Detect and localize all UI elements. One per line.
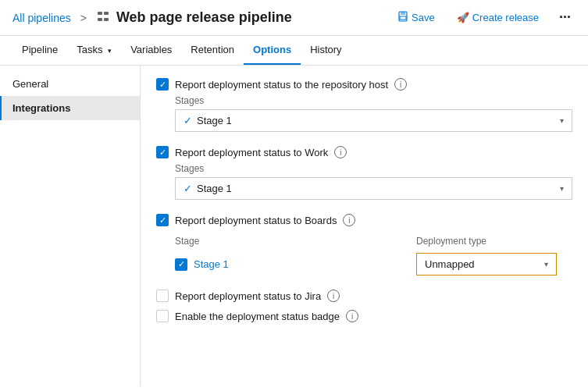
tab-pipeline[interactable]: Pipeline xyxy=(12,36,67,65)
boards-table-row: Stage 1 Unmapped ▾ xyxy=(175,253,572,275)
create-release-button[interactable]: 🚀 Create release xyxy=(451,9,545,27)
work-status-label: Report deployment status to Work xyxy=(175,147,328,158)
work-status-checkbox[interactable] xyxy=(156,146,169,158)
boards-status-checkbox[interactable] xyxy=(156,214,169,226)
main-layout: General Integrations Report deployment s… xyxy=(0,66,588,386)
breadcrumb-link[interactable]: All pipelines xyxy=(12,12,71,24)
repo-status-checkbox[interactable] xyxy=(156,78,169,91)
repo-stages-dropdown[interactable]: ✓ Stage 1 ▾ xyxy=(175,109,572,132)
row-stage-cell: Stage 1 xyxy=(175,258,416,271)
section-boards-status: Report deployment status to Boards i Sta… xyxy=(156,214,572,275)
tasks-chevron-icon: ▾ xyxy=(108,47,112,55)
nav-tabs: Pipeline Tasks ▾ Variables Retention Opt… xyxy=(0,36,588,66)
header: All pipelines > Web page release pipelin… xyxy=(0,0,588,36)
header-actions: Save 🚀 Create release ··· xyxy=(391,8,576,27)
breadcrumb-sep: > xyxy=(80,12,87,24)
svg-rect-0 xyxy=(98,12,102,15)
repo-status-row: Report deployment status to the reposito… xyxy=(156,78,572,91)
save-button[interactable]: Save xyxy=(391,8,441,27)
page-title: Web page release pipeline xyxy=(116,9,385,26)
section-repo-status: Report deployment status to the reposito… xyxy=(156,78,572,132)
deploy-type-chevron-icon: ▾ xyxy=(544,260,548,268)
tab-options[interactable]: Options xyxy=(244,36,301,65)
tab-variables[interactable]: Variables xyxy=(121,36,181,65)
jira-status-checkbox[interactable] xyxy=(156,290,169,302)
boards-status-label: Report deployment status to Boards xyxy=(175,215,337,226)
jira-status-row: Report deployment status to Jira i xyxy=(156,290,572,302)
badge-status-info-icon[interactable]: i xyxy=(346,310,358,322)
svg-rect-2 xyxy=(98,18,102,21)
deploy-type-dropdown[interactable]: Unmapped ▾ xyxy=(416,253,557,275)
section-work-status: Report deployment status to Work i Stage… xyxy=(156,146,572,200)
svg-rect-3 xyxy=(104,18,109,21)
svg-rect-6 xyxy=(400,16,406,20)
repo-status-label: Report deployment status to the reposito… xyxy=(175,79,388,91)
work-status-row: Report deployment status to Work i xyxy=(156,146,572,158)
rocket-icon: 🚀 xyxy=(457,12,469,23)
work-stages-label: Stages xyxy=(156,163,572,174)
repo-stages-chevron-icon: ▾ xyxy=(560,116,564,125)
stage-link[interactable]: Stage 1 xyxy=(194,258,229,270)
more-options-button[interactable]: ··· xyxy=(554,8,576,27)
work-status-info-icon[interactable]: i xyxy=(334,146,347,158)
jira-status-label: Report deployment status to Jira xyxy=(175,290,321,302)
col-deploy-header: Deployment type xyxy=(416,236,572,247)
repo-status-info-icon[interactable]: i xyxy=(394,78,407,91)
repo-stages-label: Stages xyxy=(156,95,572,106)
tab-retention[interactable]: Retention xyxy=(181,36,244,65)
sidebar: General Integrations xyxy=(0,66,141,386)
boards-stage-checkbox[interactable] xyxy=(175,258,187,271)
deploy-type-value: Unmapped xyxy=(425,258,475,270)
check-mark-icon: ✓ xyxy=(184,115,192,126)
sidebar-item-general[interactable]: General xyxy=(0,72,140,96)
work-stages-chevron-icon: ▾ xyxy=(560,184,564,193)
svg-rect-5 xyxy=(401,12,405,15)
content-area: Report deployment status to the reposito… xyxy=(141,66,588,386)
tab-tasks[interactable]: Tasks ▾ xyxy=(67,36,121,65)
work-stages-dropdown[interactable]: ✓ Stage 1 ▾ xyxy=(175,177,572,200)
bottom-checks: Report deployment status to Jira i Enabl… xyxy=(156,290,572,322)
work-check-mark-icon: ✓ xyxy=(184,183,192,194)
row-deploy-cell: Unmapped ▾ xyxy=(416,253,572,275)
tab-history[interactable]: History xyxy=(301,36,351,65)
boards-table-header: Stage Deployment type xyxy=(175,233,572,250)
jira-status-info-icon[interactable]: i xyxy=(327,290,340,302)
sidebar-item-integrations[interactable]: Integrations xyxy=(0,96,140,120)
badge-status-row: Enable the deployment status badge i xyxy=(156,310,572,322)
save-icon xyxy=(397,11,408,24)
svg-rect-1 xyxy=(104,12,109,15)
badge-status-label: Enable the deployment status badge xyxy=(175,311,340,322)
boards-status-row: Report deployment status to Boards i xyxy=(156,214,572,226)
boards-status-info-icon[interactable]: i xyxy=(343,214,355,226)
pipeline-icon xyxy=(96,9,110,27)
col-stage-header: Stage xyxy=(175,236,416,247)
badge-status-checkbox[interactable] xyxy=(156,310,169,322)
